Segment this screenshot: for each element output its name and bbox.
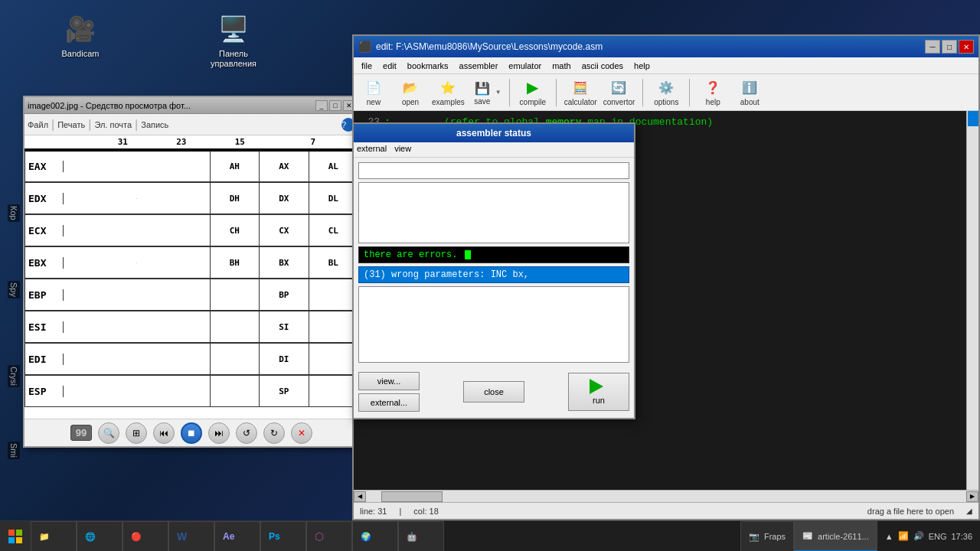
tool-calculator[interactable]: 🧮 calculator [564, 78, 597, 106]
tool-options[interactable]: ⚙️ options [651, 78, 681, 106]
assembler-status-dialog: assembler status external view there are… [352, 122, 635, 419]
emu-menu-emulator[interactable]: emulator [504, 60, 546, 71]
emu-menu-assembler[interactable]: assembler [455, 60, 503, 71]
taskbar-fraps[interactable]: 📷 Fraps [740, 521, 794, 551]
asm-dialog-menubar: external view [354, 142, 634, 158]
help-icon: ❓ [701, 78, 724, 96]
reg-edx-high: · [64, 183, 211, 214]
tray-arrow[interactable]: ▲ [885, 532, 893, 541]
reg-esp-empty1 [211, 376, 260, 406]
emu8086-titlebar[interactable]: ⬛ edit: F:\ASM\emu8086\MySource\Lessons\… [354, 36, 978, 57]
reg-esp-empty2 [309, 376, 358, 406]
taskbar-browser2[interactable]: 🔴 [122, 521, 168, 551]
reg-ebp-bp: BP [260, 279, 309, 310]
asm-view-btn[interactable]: view... [358, 372, 420, 390]
reg-ebx-high: · [64, 247, 211, 278]
asm-error-item[interactable]: (31) wrong parameters: INC bx, [358, 266, 629, 283]
calculator-label: calculator [564, 98, 597, 106]
status-sep-1: | [399, 507, 401, 516]
asm-input-field[interactable] [358, 162, 629, 179]
horizontal-scrollbar[interactable]: ◀ ▶ [354, 490, 978, 502]
asm-external-btn[interactable]: external... [358, 393, 420, 412]
asm-run-btn[interactable]: run [568, 373, 629, 411]
emu-menu-math[interactable]: math [547, 60, 575, 71]
tool-examples[interactable]: ⭐ examples [432, 78, 465, 106]
tray-volume[interactable]: 🔊 [913, 531, 924, 541]
emu-menu-file[interactable]: file [357, 60, 377, 71]
register-viewer-titlebar[interactable]: image002.jpg - Средство просмотра фот...… [24, 97, 358, 114]
ruler-15: 15 [211, 137, 270, 147]
taskbar-browser1[interactable]: 🌐 [77, 521, 122, 551]
taskbar-vs[interactable]: ⬡ [306, 521, 352, 551]
reg-eax-ax: AX [260, 152, 309, 181]
tool-new[interactable]: 📄 new [358, 78, 389, 106]
h-scrollbar-thumb[interactable] [381, 491, 443, 502]
reg-edi-name: EDI [25, 354, 64, 365]
asm-close-btn[interactable]: close [463, 381, 524, 403]
tool-help[interactable]: ❓ help [697, 78, 728, 106]
browser1-icon: 🌐 [85, 532, 96, 542]
compile-icon: ▶ [521, 78, 544, 96]
scrollbar-thumb-top[interactable] [968, 111, 978, 126]
search-btn[interactable]: 🔍 [98, 422, 119, 444]
reg-edx-dl: DL [309, 183, 358, 214]
emu-minimize-btn[interactable]: ─ [925, 40, 940, 54]
taskbar-ps[interactable]: Ps [260, 521, 306, 551]
reg-edx-dh: DH [211, 183, 260, 214]
reg-ecx-name: ECX [25, 225, 64, 236]
reg-ecx-high [64, 215, 211, 246]
taskbar-word[interactable]: W [168, 521, 214, 551]
register-table: 31 23 15 7 EAX AH AX AL EDX · DH DX [24, 135, 358, 419]
asm-menu-external[interactable]: external [357, 144, 387, 155]
emu-menu-ascii[interactable]: ascii codes [577, 60, 628, 71]
smi-label: Smi [8, 442, 20, 459]
fit-btn[interactable]: ⊞ [126, 422, 147, 444]
taskbar-article[interactable]: 📰 article-2611... [794, 521, 877, 551]
examples-label: examples [432, 98, 465, 106]
tool-compile[interactable]: ▶ compile [518, 78, 548, 106]
tool-open[interactable]: 📂 open [395, 78, 426, 106]
emu-menu-help[interactable]: help [629, 60, 655, 71]
register-ruler: 31 23 15 7 [24, 135, 358, 150]
rotate-cw-btn[interactable]: ↻ [263, 422, 285, 444]
print-btn[interactable]: Печать [57, 120, 85, 129]
emu-menu-bookmarks[interactable]: bookmarks [403, 60, 453, 71]
reg-ebp-empty1 [211, 279, 260, 310]
play-btn[interactable]: ⏹ [181, 422, 202, 444]
prev-btn[interactable]: ⏮ [153, 422, 175, 444]
maximize-button[interactable]: □ [329, 100, 341, 111]
emu-maximize-btn[interactable]: □ [942, 40, 957, 54]
save-btn[interactable]: Запись [141, 120, 168, 129]
save-dropdown-icon[interactable]: ▼ [495, 89, 501, 96]
reg-ebx-bh: BH [211, 247, 260, 278]
desktop-icon-control-panel[interactable]: 🖥️ Панель управления [207, 8, 260, 72]
taskbar-folder[interactable]: 📁 [31, 521, 77, 551]
asm-dialog-titlebar[interactable]: assembler status [354, 124, 634, 142]
tool-about[interactable]: ℹ️ about [734, 78, 765, 106]
scroll-right-btn[interactable]: ▶ [966, 491, 978, 502]
vs-icon: ⬡ [315, 530, 324, 543]
taskbar-ae[interactable]: Ae [214, 521, 260, 551]
tool-save[interactable]: 💾 save ▼ [471, 79, 501, 106]
reg-edi-di: DI [260, 344, 309, 374]
minimize-button[interactable]: _ [315, 100, 328, 111]
emu-close-btn[interactable]: ✕ [959, 40, 974, 54]
reg-eax-name: EAX [25, 161, 64, 172]
rotate-ccw-btn[interactable]: ↺ [236, 422, 257, 444]
calculator-icon: 🧮 [569, 78, 592, 96]
taskbar-chrome[interactable]: 🌍 [352, 521, 398, 551]
taskbar-android[interactable]: 🤖 [398, 521, 444, 551]
delete-btn[interactable]: ✕ [291, 422, 312, 444]
vertical-scrollbar[interactable] [966, 111, 978, 490]
scroll-left-btn[interactable]: ◀ [354, 491, 366, 502]
register-row-esi: ESI SI [24, 311, 358, 343]
desktop-icon-bandicam[interactable]: 🎥 Bandicam [54, 8, 107, 62]
file-menu-btn[interactable]: Файл [28, 120, 48, 129]
email-btn[interactable]: Эл. почта [94, 120, 132, 129]
convertor-label: convertor [603, 98, 635, 106]
asm-menu-view[interactable]: view [394, 144, 411, 155]
tool-convertor[interactable]: 🔄 convertor [603, 78, 635, 106]
next-btn[interactable]: ⏭ [208, 422, 230, 444]
emu-menu-edit[interactable]: edit [378, 60, 401, 71]
start-button[interactable] [0, 521, 31, 552]
